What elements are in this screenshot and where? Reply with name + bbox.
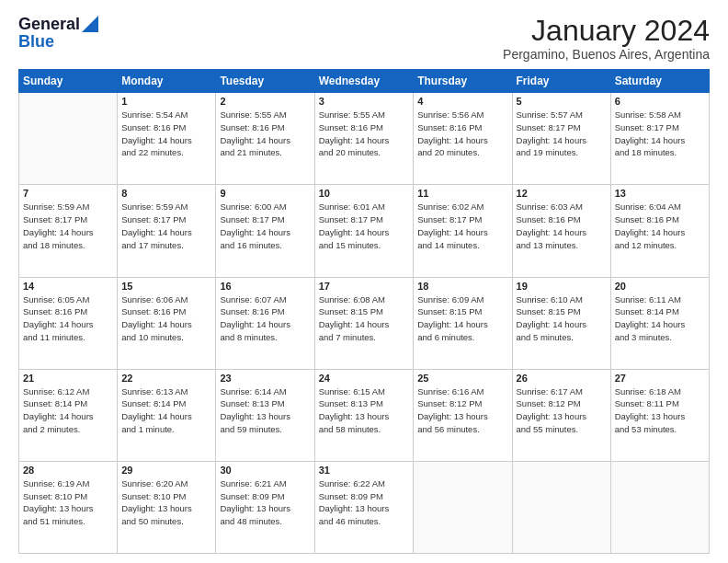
- location-subtitle: Pergamino, Buenos Aires, Argentina: [503, 47, 710, 62]
- day-number: 3: [319, 96, 410, 107]
- logo-general: General: [18, 15, 80, 34]
- day-info: Sunrise: 6:20 AM Sunset: 8:10 PM Dayligh…: [121, 477, 211, 528]
- calendar-cell: 29Sunrise: 6:20 AM Sunset: 8:10 PM Dayli…: [118, 461, 216, 553]
- calendar-cell: 1Sunrise: 5:54 AM Sunset: 8:16 PM Daylig…: [118, 93, 216, 185]
- calendar-cell: [512, 461, 610, 553]
- calendar-cell: 18Sunrise: 6:09 AM Sunset: 8:15 PM Dayli…: [414, 277, 512, 369]
- calendar-cell: 8Sunrise: 5:59 AM Sunset: 8:17 PM Daylig…: [118, 185, 216, 277]
- calendar-cell: 11Sunrise: 6:02 AM Sunset: 8:17 PM Dayli…: [414, 185, 512, 277]
- calendar-cell: 9Sunrise: 6:00 AM Sunset: 8:17 PM Daylig…: [216, 185, 314, 277]
- day-number: 25: [417, 373, 507, 384]
- logo-icon: [82, 16, 98, 32]
- calendar-header-friday: Friday: [512, 70, 610, 93]
- day-number: 17: [319, 281, 410, 292]
- calendar-header-thursday: Thursday: [414, 70, 512, 93]
- calendar-header-saturday: Saturday: [610, 70, 709, 93]
- day-number: 10: [319, 188, 410, 199]
- day-number: 12: [517, 188, 607, 199]
- day-info: Sunrise: 6:03 AM Sunset: 8:16 PM Dayligh…: [517, 201, 607, 251]
- day-info: Sunrise: 6:06 AM Sunset: 8:16 PM Dayligh…: [121, 293, 211, 344]
- day-number: 19: [517, 281, 607, 292]
- day-info: Sunrise: 5:59 AM Sunset: 8:17 PM Dayligh…: [121, 201, 211, 251]
- day-info: Sunrise: 6:22 AM Sunset: 8:09 PM Dayligh…: [319, 477, 410, 528]
- day-number: 5: [517, 96, 607, 107]
- calendar-cell: 23Sunrise: 6:14 AM Sunset: 8:13 PM Dayli…: [216, 369, 314, 461]
- calendar-header-wednesday: Wednesday: [314, 70, 414, 93]
- day-info: Sunrise: 6:05 AM Sunset: 8:16 PM Dayligh…: [23, 293, 113, 344]
- calendar-cell: [610, 461, 709, 553]
- calendar-table: SundayMondayTuesdayWednesdayThursdayFrid…: [18, 69, 710, 554]
- day-info: Sunrise: 5:55 AM Sunset: 8:16 PM Dayligh…: [220, 109, 310, 159]
- day-info: Sunrise: 5:56 AM Sunset: 8:16 PM Dayligh…: [417, 109, 507, 159]
- day-info: Sunrise: 5:59 AM Sunset: 8:17 PM Dayligh…: [23, 201, 113, 251]
- day-info: Sunrise: 5:54 AM Sunset: 8:16 PM Dayligh…: [121, 109, 211, 159]
- day-number: 22: [121, 373, 211, 384]
- day-number: 8: [121, 188, 211, 199]
- calendar-cell: 14Sunrise: 6:05 AM Sunset: 8:16 PM Dayli…: [19, 277, 118, 369]
- day-number: 13: [615, 188, 705, 199]
- day-info: Sunrise: 6:04 AM Sunset: 8:16 PM Dayligh…: [615, 201, 705, 251]
- calendar-cell: 24Sunrise: 6:15 AM Sunset: 8:13 PM Dayli…: [314, 369, 414, 461]
- day-info: Sunrise: 6:15 AM Sunset: 8:13 PM Dayligh…: [319, 385, 410, 436]
- calendar-cell: 17Sunrise: 6:08 AM Sunset: 8:15 PM Dayli…: [314, 277, 414, 369]
- day-number: 31: [319, 465, 410, 476]
- calendar-cell: 7Sunrise: 5:59 AM Sunset: 8:17 PM Daylig…: [19, 185, 118, 277]
- day-info: Sunrise: 6:14 AM Sunset: 8:13 PM Dayligh…: [220, 385, 310, 436]
- calendar-cell: 19Sunrise: 6:10 AM Sunset: 8:15 PM Dayli…: [512, 277, 610, 369]
- day-number: 16: [220, 281, 310, 292]
- title-block: January 2024 Pergamino, Buenos Aires, Ar…: [503, 15, 710, 62]
- calendar-cell: 27Sunrise: 6:18 AM Sunset: 8:11 PM Dayli…: [610, 369, 709, 461]
- calendar-cell: 30Sunrise: 6:21 AM Sunset: 8:09 PM Dayli…: [216, 461, 314, 553]
- calendar-cell: 28Sunrise: 6:19 AM Sunset: 8:10 PM Dayli…: [19, 461, 118, 553]
- day-info: Sunrise: 6:07 AM Sunset: 8:16 PM Dayligh…: [220, 293, 310, 344]
- calendar-cell: 6Sunrise: 5:58 AM Sunset: 8:17 PM Daylig…: [610, 93, 709, 185]
- day-number: 6: [615, 96, 705, 107]
- day-info: Sunrise: 6:16 AM Sunset: 8:12 PM Dayligh…: [417, 385, 507, 436]
- day-info: Sunrise: 5:55 AM Sunset: 8:16 PM Dayligh…: [319, 109, 410, 159]
- day-info: Sunrise: 5:57 AM Sunset: 8:17 PM Dayligh…: [517, 109, 607, 159]
- svg-marker-0: [82, 16, 98, 32]
- calendar-cell: 26Sunrise: 6:17 AM Sunset: 8:12 PM Dayli…: [512, 369, 610, 461]
- calendar-header-monday: Monday: [118, 70, 216, 93]
- calendar-week-4: 21Sunrise: 6:12 AM Sunset: 8:14 PM Dayli…: [19, 369, 710, 461]
- calendar-cell: 2Sunrise: 5:55 AM Sunset: 8:16 PM Daylig…: [216, 93, 314, 185]
- calendar-cell: 13Sunrise: 6:04 AM Sunset: 8:16 PM Dayli…: [610, 185, 709, 277]
- day-info: Sunrise: 6:18 AM Sunset: 8:11 PM Dayligh…: [615, 385, 705, 436]
- day-info: Sunrise: 6:19 AM Sunset: 8:10 PM Dayligh…: [23, 477, 113, 528]
- calendar-week-2: 7Sunrise: 5:59 AM Sunset: 8:17 PM Daylig…: [19, 185, 710, 277]
- header: General Blue January 2024 Pergamino, Bue…: [18, 15, 710, 62]
- day-info: Sunrise: 6:00 AM Sunset: 8:17 PM Dayligh…: [220, 201, 310, 251]
- day-number: 2: [220, 96, 310, 107]
- calendar-cell: 12Sunrise: 6:03 AM Sunset: 8:16 PM Dayli…: [512, 185, 610, 277]
- day-number: 11: [417, 188, 507, 199]
- calendar-cell: 15Sunrise: 6:06 AM Sunset: 8:16 PM Dayli…: [118, 277, 216, 369]
- day-number: 30: [220, 465, 310, 476]
- calendar-cell: [19, 93, 118, 185]
- day-number: 27: [615, 373, 705, 384]
- logo-blue: Blue: [18, 32, 54, 52]
- calendar-cell: 20Sunrise: 6:11 AM Sunset: 8:14 PM Dayli…: [610, 277, 709, 369]
- logo: General Blue: [18, 15, 98, 52]
- day-info: Sunrise: 6:01 AM Sunset: 8:17 PM Dayligh…: [319, 201, 410, 251]
- calendar-week-1: 1Sunrise: 5:54 AM Sunset: 8:16 PM Daylig…: [19, 93, 710, 185]
- day-number: 23: [220, 373, 310, 384]
- calendar-header-sunday: Sunday: [19, 70, 118, 93]
- calendar-cell: 16Sunrise: 6:07 AM Sunset: 8:16 PM Dayli…: [216, 277, 314, 369]
- day-number: 4: [417, 96, 507, 107]
- day-number: 21: [23, 373, 113, 384]
- day-number: 29: [121, 465, 211, 476]
- day-number: 15: [121, 281, 211, 292]
- day-number: 9: [220, 188, 310, 199]
- day-info: Sunrise: 6:08 AM Sunset: 8:15 PM Dayligh…: [319, 293, 410, 344]
- page: General Blue January 2024 Pergamino, Bue…: [0, 0, 728, 563]
- day-number: 1: [121, 96, 211, 107]
- day-info: Sunrise: 6:02 AM Sunset: 8:17 PM Dayligh…: [417, 201, 507, 251]
- calendar-week-3: 14Sunrise: 6:05 AM Sunset: 8:16 PM Dayli…: [19, 277, 710, 369]
- day-info: Sunrise: 6:12 AM Sunset: 8:14 PM Dayligh…: [23, 385, 113, 436]
- calendar-cell: 21Sunrise: 6:12 AM Sunset: 8:14 PM Dayli…: [19, 369, 118, 461]
- day-number: 24: [319, 373, 410, 384]
- day-number: 14: [23, 281, 113, 292]
- day-info: Sunrise: 6:09 AM Sunset: 8:15 PM Dayligh…: [417, 293, 507, 344]
- calendar-cell: 22Sunrise: 6:13 AM Sunset: 8:14 PM Dayli…: [118, 369, 216, 461]
- day-info: Sunrise: 6:17 AM Sunset: 8:12 PM Dayligh…: [517, 385, 607, 436]
